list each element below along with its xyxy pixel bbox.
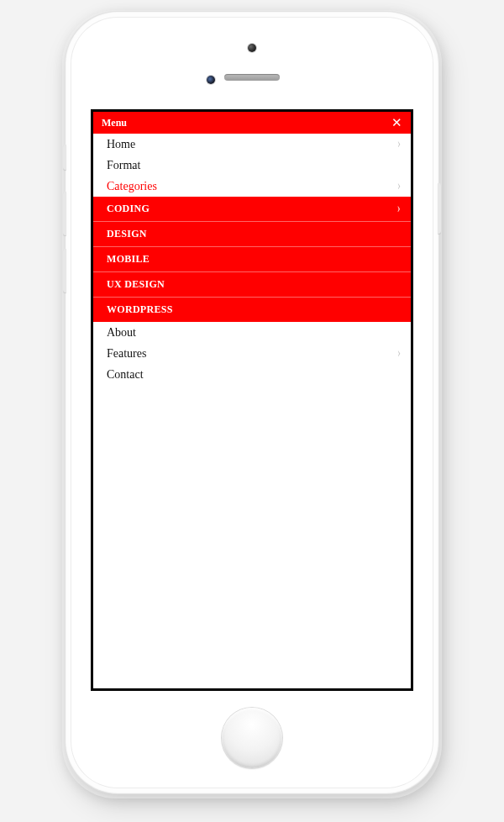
volume-up-button[interactable]	[63, 192, 66, 235]
submenu-item-label: UX DESIGN	[107, 278, 165, 291]
menu-item-label: Contact	[107, 368, 144, 382]
submenu-categories: CODING › DESIGN MOBILE UX DESIGN	[93, 197, 411, 322]
submenu-item-label: CODING	[107, 203, 150, 215]
menu-item-label: Format	[107, 159, 140, 172]
menu-item-features[interactable]: Features ›	[93, 343, 411, 364]
menu-item-home[interactable]: Home ›	[93, 134, 411, 155]
submenu-item-label: WORDPRESS	[107, 303, 173, 316]
phone-frame: Menu ✕ Home › Format Categories ›	[66, 12, 438, 793]
front-camera-icon	[248, 44, 256, 52]
proximity-sensor-icon	[207, 76, 215, 84]
home-button[interactable]	[222, 708, 282, 768]
chevron-right-icon: ›	[397, 177, 401, 195]
submenu-item-ux-design[interactable]: UX DESIGN	[93, 272, 411, 298]
menu-item-label: Features	[107, 347, 146, 361]
submenu-item-label: MOBILE	[107, 253, 150, 266]
menu-item-about[interactable]: About	[93, 322, 411, 343]
chevron-right-icon: ›	[397, 135, 401, 153]
close-icon[interactable]: ✕	[391, 117, 402, 129]
earpiece-speaker-icon	[224, 74, 280, 81]
submenu-item-coding[interactable]: CODING ›	[93, 197, 411, 222]
menu-title: Menu	[102, 117, 127, 129]
submenu-item-design[interactable]: DESIGN	[93, 222, 411, 247]
menu-header: Menu ✕	[93, 112, 411, 134]
app-screen: Menu ✕ Home › Format Categories ›	[91, 109, 413, 691]
submenu-list: CODING › DESIGN MOBILE UX DESIGN	[93, 197, 411, 322]
menu-item-label: Categories	[107, 180, 157, 193]
submenu-item-label: DESIGN	[107, 228, 147, 240]
chevron-right-icon: ›	[397, 200, 401, 218]
volume-down-button[interactable]	[63, 249, 66, 292]
menu-item-label: About	[107, 326, 136, 340]
submenu-item-wordpress[interactable]: WORDPRESS	[93, 298, 411, 322]
menu-item-categories[interactable]: Categories ›	[93, 176, 411, 197]
submenu-item-mobile[interactable]: MOBILE	[93, 247, 411, 272]
menu-item-contact[interactable]: Contact	[93, 364, 411, 385]
menu-item-label: Home	[107, 138, 135, 151]
menu-item-format[interactable]: Format	[93, 155, 411, 176]
chevron-right-icon: ›	[397, 345, 401, 362]
power-button[interactable]	[438, 183, 441, 234]
mute-switch[interactable]	[63, 145, 66, 170]
main-menu-list: Home › Format Categories › CODING ›	[93, 134, 411, 385]
phone-bezel: Menu ✕ Home › Format Categories ›	[71, 17, 433, 788]
